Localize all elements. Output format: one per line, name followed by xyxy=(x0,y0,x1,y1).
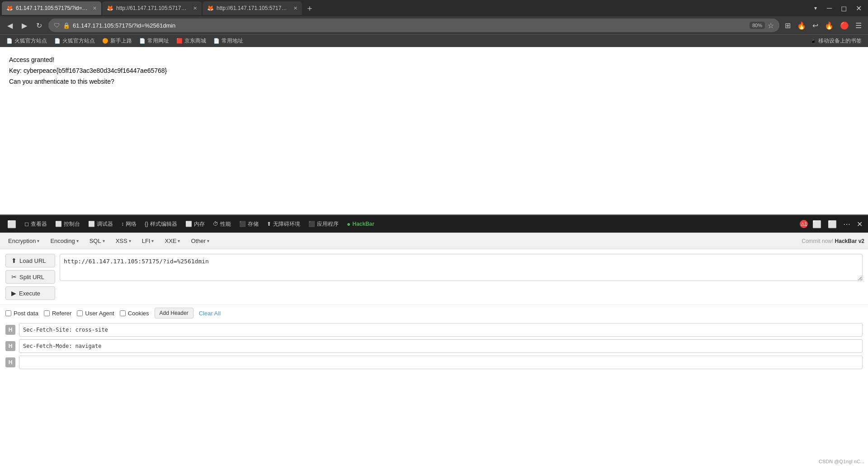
user-agent-checkbox[interactable] xyxy=(77,310,83,316)
addon1-icon[interactable]: 🔥 xyxy=(795,20,808,31)
bookmark-label-mobile: 移动设备上的书签 xyxy=(818,37,862,45)
devtool-accessibility[interactable]: ⬆ 无障碍环境 xyxy=(263,219,304,230)
tab-3[interactable]: 🦊 http://61.147.171.105:57175/ind... ✕ xyxy=(203,1,302,15)
bookmark-star-icon[interactable]: ☆ xyxy=(768,21,774,30)
tab-bar: 🦊 61.147.171.105:57175/?id=%256... ✕ 🦊 h… xyxy=(0,0,868,16)
devtools-right: ⚠ 1 ⬜ ⬜ ⋯ ✕ xyxy=(800,219,864,229)
menu-encoding[interactable]: Encoding ▾ xyxy=(46,236,83,246)
encoding-arrow-icon: ▾ xyxy=(76,238,79,243)
new-tab-button[interactable]: ＋ xyxy=(303,3,316,14)
split-url-icon: ✂ xyxy=(11,273,17,281)
post-data-checkbox[interactable] xyxy=(5,310,11,316)
devtool-console[interactable]: ⬜ 控制台 xyxy=(52,219,84,230)
debugger-label: 调试器 xyxy=(97,220,113,228)
error-count: 1 xyxy=(805,222,807,227)
execute-label: Execute xyxy=(19,290,40,297)
menu-icon[interactable]: ☰ xyxy=(854,20,863,31)
devtool-storage[interactable]: ⬛ 存储 xyxy=(236,219,262,230)
history-back-icon[interactable]: ↩ xyxy=(811,20,820,31)
cookies-checkbox[interactable] xyxy=(120,310,126,316)
hackbar-brand-label: HackBar v2 xyxy=(835,238,864,244)
split-view-button[interactable]: ⬜ xyxy=(826,219,839,229)
devtool-memory[interactable]: ⬜ 内存 xyxy=(182,219,208,230)
responsive-design-button[interactable]: ⬜ xyxy=(811,219,823,229)
tab-close-3[interactable]: ✕ xyxy=(293,5,297,11)
style-editor-icon: {} xyxy=(145,221,148,227)
forward-button[interactable]: ▶ xyxy=(19,20,30,31)
header-input-2[interactable] xyxy=(19,339,863,353)
header-input-3[interactable] xyxy=(19,356,863,369)
devtool-debugger[interactable]: ⬜ 调试器 xyxy=(85,219,117,230)
tab-favicon: 🦊 xyxy=(6,5,13,11)
devtool-inspector[interactable]: ◻ 查看器 xyxy=(21,219,51,230)
devtool-network[interactable]: ↕ 网络 xyxy=(118,219,140,230)
add-header-button[interactable]: Add Header xyxy=(155,308,193,319)
split-url-button[interactable]: ✂ Split URL xyxy=(5,270,55,284)
tab-close-1[interactable]: ✕ xyxy=(93,5,97,11)
devtool-hackbar[interactable]: ● HackBar xyxy=(343,219,378,229)
header-badge-2: H xyxy=(5,341,15,351)
devtool-cursor[interactable]: ⬜ xyxy=(4,218,20,230)
bookmark-5[interactable]: 📄 常用地址 xyxy=(211,36,246,46)
minimize-button[interactable]: ─ xyxy=(822,4,836,12)
url-container[interactable]: 🛡 🔒 80% ☆ xyxy=(48,19,779,32)
execute-button[interactable]: ▶ Execute xyxy=(5,286,55,300)
user-agent-option[interactable]: User Agent xyxy=(77,310,114,317)
menu-encryption[interactable]: Encryption ▾ xyxy=(4,236,44,246)
referer-checkbox[interactable] xyxy=(44,310,50,316)
tab-2[interactable]: 🦊 http://61.147.171.105:57175/ind... ✕ xyxy=(102,1,202,15)
bookmark-label-4: 常用网址 xyxy=(147,37,169,45)
bookmark-jd-icon: 🟥 xyxy=(176,38,183,44)
addon2-icon[interactable]: 🔥 xyxy=(823,20,835,31)
bookmark-2[interactable]: 📄 火狐官方站点 xyxy=(52,36,98,46)
close-button[interactable]: ✕ xyxy=(851,4,866,13)
load-url-button[interactable]: ⬆ Load URL xyxy=(5,254,55,267)
bookmark-1[interactable]: 📄 火狐官方站点 xyxy=(4,36,50,46)
tab-close-2[interactable]: ✕ xyxy=(193,5,197,11)
devtool-app[interactable]: ⬛ 应用程序 xyxy=(305,219,342,230)
menu-other[interactable]: Other ▾ xyxy=(186,236,214,246)
commit-now-label: Commit now! xyxy=(802,238,833,244)
devtools-close-button[interactable]: ✕ xyxy=(855,219,864,229)
header-input-1[interactable] xyxy=(19,323,863,337)
bookmark-mobile-icon: 📱 xyxy=(810,38,816,44)
url-textarea[interactable] xyxy=(60,254,863,281)
clear-all-button[interactable]: Clear All xyxy=(199,310,221,317)
menu-lfi[interactable]: LFI ▾ xyxy=(137,236,159,246)
bookmark-mobile[interactable]: 📱 移动设备上的书签 xyxy=(807,36,864,46)
tab-active[interactable]: 🦊 61.147.171.105:57175/?id=%256... ✕ xyxy=(2,1,101,15)
devtools-more-button[interactable]: ⋯ xyxy=(841,219,852,229)
error-badge: ⚠ 1 xyxy=(800,220,808,228)
zoom-button[interactable]: 80% xyxy=(750,22,765,29)
menu-xxe[interactable]: XXE ▾ xyxy=(160,236,184,246)
referer-option[interactable]: Referer xyxy=(44,310,71,317)
other-arrow-icon: ▾ xyxy=(207,238,209,243)
bookmarks-bar: 📄 火狐官方站点 📄 火狐官方站点 🟠 新手上路 📄 常用网址 🟥 京东商城 📄… xyxy=(0,34,868,47)
back-button[interactable]: ◀ xyxy=(5,20,15,31)
url-input[interactable] xyxy=(73,22,747,29)
header-row-1: H xyxy=(5,323,863,337)
security-shield-icon: 🛡 xyxy=(54,22,60,29)
tab-dropdown-button[interactable]: ▾ xyxy=(814,5,817,11)
post-data-option[interactable]: Post data xyxy=(5,310,38,317)
menu-xss[interactable]: XSS ▾ xyxy=(111,236,136,246)
bookmark-folder-icon: 📄 xyxy=(6,38,13,44)
cookies-option[interactable]: Cookies xyxy=(120,310,149,317)
addon3-icon[interactable]: 🔴 xyxy=(838,20,851,31)
devtool-performance[interactable]: ⏱ 性能 xyxy=(209,219,235,230)
lfi-arrow-icon: ▾ xyxy=(151,238,154,243)
extensions-icon[interactable]: ⊞ xyxy=(783,20,793,31)
bookmark-3[interactable]: 🟠 新手上路 xyxy=(99,36,135,46)
hackbar-url-area: ⬆ Load URL ✂ Split URL ▶ Execute xyxy=(0,249,868,304)
debugger-icon: ⬜ xyxy=(88,221,95,227)
bookmark-4[interactable]: 📄 常用网址 xyxy=(137,36,172,46)
bookmark-label-5: 常用地址 xyxy=(222,37,243,45)
app-icon: ⬛ xyxy=(308,221,315,227)
menu-sql[interactable]: SQL ▾ xyxy=(85,236,109,246)
bookmark-jd[interactable]: 🟥 京东商城 xyxy=(174,36,209,46)
browser-chrome: 🦊 61.147.171.105:57175/?id=%256... ✕ 🦊 h… xyxy=(0,0,868,47)
page-line-3: Can you anthenticate to this website? xyxy=(9,78,859,85)
maximize-button[interactable]: ◻ xyxy=(836,4,851,13)
reload-button[interactable]: ↻ xyxy=(33,20,45,31)
devtool-style-editor[interactable]: {} 样式编辑器 xyxy=(141,219,181,230)
